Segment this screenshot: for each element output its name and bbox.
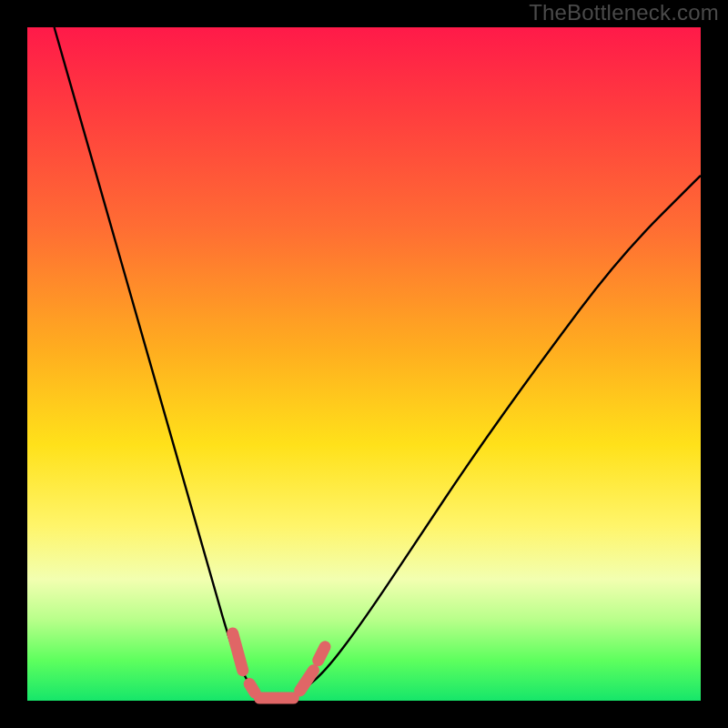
valley-markers <box>233 633 325 698</box>
valley-right-dash <box>300 671 314 691</box>
curve-svg <box>27 27 701 701</box>
valley-right-dot <box>318 647 325 661</box>
plot-area <box>27 27 701 701</box>
valley-left-dot <box>249 684 255 693</box>
valley-left-dash <box>233 633 243 671</box>
chart-frame: TheBottleneck.com <box>0 0 728 728</box>
bottleneck-curve <box>55 27 701 701</box>
watermark-text: TheBottleneck.com <box>529 0 719 25</box>
